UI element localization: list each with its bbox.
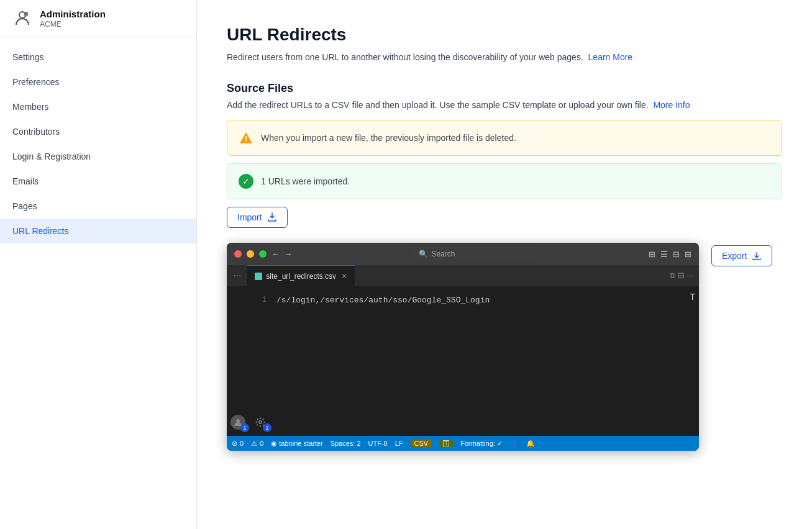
- section-title: Source Files: [227, 82, 782, 95]
- statusbar-formatting: 🅃: [439, 440, 453, 447]
- editor-tab-csv[interactable]: site_url_redirects.csv ✕: [247, 265, 355, 286]
- editor-tab-close[interactable]: ✕: [341, 272, 347, 281]
- warning-alert: ! When you import a new file, the previo…: [227, 120, 782, 156]
- page-description: Redirect users from one URL to another w…: [227, 52, 782, 62]
- editor-bottom-activity: 1 1: [227, 411, 699, 436]
- export-button[interactable]: Export: [711, 245, 772, 266]
- statusbar-line-ending[interactable]: LF: [395, 440, 403, 447]
- editor-nav-buttons: ← →: [271, 249, 293, 259]
- main-content: URL Redirects Redirect users from one UR…: [197, 0, 812, 529]
- editor-user-avatar[interactable]: 1: [229, 414, 247, 431]
- success-alert: ✓ 1 URLs were imported.: [227, 163, 782, 199]
- traffic-light-close[interactable]: [234, 250, 242, 258]
- editor-search-text: Search: [432, 250, 455, 258]
- editor-layout-icon-3[interactable]: ⊟: [673, 250, 680, 259]
- editor-window: ← → 🔍 Search ⊞ ☰ ⊟ ⊞ ···: [227, 243, 699, 451]
- editor-statusbar: ⊘ 0 ⚠ 0 ◉ tabnine starter Spaces: 2 UTF-…: [227, 436, 699, 451]
- traffic-light-minimize[interactable]: [247, 250, 254, 258]
- sidebar-item-preferences[interactable]: Preferences: [0, 70, 196, 94]
- statusbar-spaces[interactable]: Spaces: 2: [331, 440, 361, 447]
- statusbar-warnings[interactable]: ⚠ 0: [251, 440, 263, 448]
- statusbar-icon1[interactable]: 👤: [510, 440, 519, 448]
- sidebar-item-emails[interactable]: Emails: [0, 169, 196, 194]
- svg-point-1: [24, 12, 28, 16]
- svg-text:!: !: [245, 135, 247, 143]
- sidebar-title: Administration: [40, 9, 106, 20]
- sidebar-item-settings[interactable]: Settings: [0, 45, 196, 70]
- editor-split-vertical-icon[interactable]: ⊟: [678, 271, 685, 281]
- user-badge: 1: [240, 423, 249, 432]
- success-text: 1 URLs were imported.: [261, 176, 350, 186]
- editor-search-container: 🔍 Search: [303, 247, 644, 261]
- error-icon: ⊘: [232, 440, 237, 448]
- editor-titlebar: ← → 🔍 Search ⊞ ☰ ⊟ ⊞: [227, 243, 699, 265]
- section-description: Add the redirect URLs to a CSV file and …: [227, 100, 782, 110]
- statusbar-formatting-text[interactable]: Formatting: ✓: [460, 440, 503, 448]
- statusbar-errors[interactable]: ⊘ 0: [232, 440, 244, 448]
- editor-search-bar[interactable]: 🔍 Search: [411, 247, 536, 261]
- statusbar-tabnine[interactable]: ◉ tabnine starter: [271, 440, 322, 448]
- editor-tab-more[interactable]: ···: [227, 270, 247, 281]
- sidebar-item-url-redirects[interactable]: URL Redirects: [0, 219, 196, 243]
- sidebar-item-contributors[interactable]: Contributors: [0, 119, 196, 144]
- admin-icon: [12, 9, 32, 29]
- sidebar: Administration ACME Settings Preferences…: [0, 0, 197, 529]
- editor-forward-button[interactable]: →: [284, 249, 293, 259]
- editor-search-icon: 🔍: [419, 250, 428, 258]
- editor-titlebar-icons: ⊞ ☰ ⊟ ⊞: [649, 250, 691, 259]
- sidebar-header: Administration ACME: [0, 0, 196, 37]
- editor-container: ← → 🔍 Search ⊞ ☰ ⊟ ⊞ ···: [227, 243, 782, 451]
- statusbar-icon2[interactable]: 🔔: [526, 440, 535, 448]
- sidebar-item-members[interactable]: Members: [0, 94, 196, 119]
- editor-tabs: ··· site_url_redirects.csv ✕ ⧉ ⊟ ···: [227, 265, 699, 287]
- sidebar-nav: Settings Preferences Members Contributor…: [0, 37, 196, 251]
- editor-corner-indicator: T: [690, 292, 695, 302]
- editor-body: 1 /s/login,/services/auth/sso/Google_SSO…: [227, 287, 699, 411]
- editor-more-icon[interactable]: ···: [687, 271, 694, 281]
- sidebar-item-pages[interactable]: Pages: [0, 194, 196, 219]
- warning-icon: !: [239, 130, 253, 145]
- editor-back-button[interactable]: ←: [271, 249, 280, 259]
- export-section: Export: [711, 243, 772, 266]
- editor-activity-bar: [227, 287, 252, 411]
- statusbar-encoding[interactable]: UTF-8: [368, 440, 388, 447]
- sidebar-header-text: Administration ACME: [40, 9, 106, 29]
- page-title: URL Redirects: [227, 25, 782, 45]
- warning-status-icon: ⚠: [251, 440, 257, 448]
- sidebar-subtitle: ACME: [40, 20, 106, 29]
- editor-line-1: 1 /s/login,/services/auth/sso/Google_SSO…: [252, 293, 687, 307]
- sidebar-item-login-registration[interactable]: Login & Registration: [0, 144, 196, 169]
- traffic-light-maximize[interactable]: [259, 250, 267, 258]
- warning-text: When you import a new file, the previous…: [261, 133, 516, 143]
- editor-code-content: 1 /s/login,/services/auth/sso/Google_SSO…: [252, 287, 687, 411]
- more-info-link[interactable]: More Info: [653, 100, 690, 110]
- statusbar-language[interactable]: CSV: [411, 440, 432, 447]
- editor-layout-icon-2[interactable]: ☰: [660, 250, 668, 259]
- import-button[interactable]: Import: [227, 207, 288, 228]
- line-number-1: 1: [252, 296, 276, 304]
- editor-settings-icon[interactable]: 1: [252, 414, 269, 431]
- editor-layout-icon-1[interactable]: ⊞: [649, 250, 655, 259]
- settings-badge: 1: [263, 423, 271, 432]
- csv-file-icon: [255, 273, 262, 280]
- editor-tab-actions: ⧉ ⊟ ···: [670, 271, 699, 281]
- success-icon: ✓: [239, 174, 253, 189]
- editor-tab-filename: site_url_redirects.csv: [266, 272, 336, 281]
- editor-split-icon[interactable]: ⧉: [670, 271, 675, 281]
- tabnine-logo: 🅃: [443, 440, 449, 447]
- line-content-1: /s/login,/services/auth/sso/Google_SSO_L…: [276, 296, 490, 305]
- editor-layout-icon-4[interactable]: ⊞: [685, 250, 691, 259]
- learn-more-link[interactable]: Learn More: [588, 52, 633, 62]
